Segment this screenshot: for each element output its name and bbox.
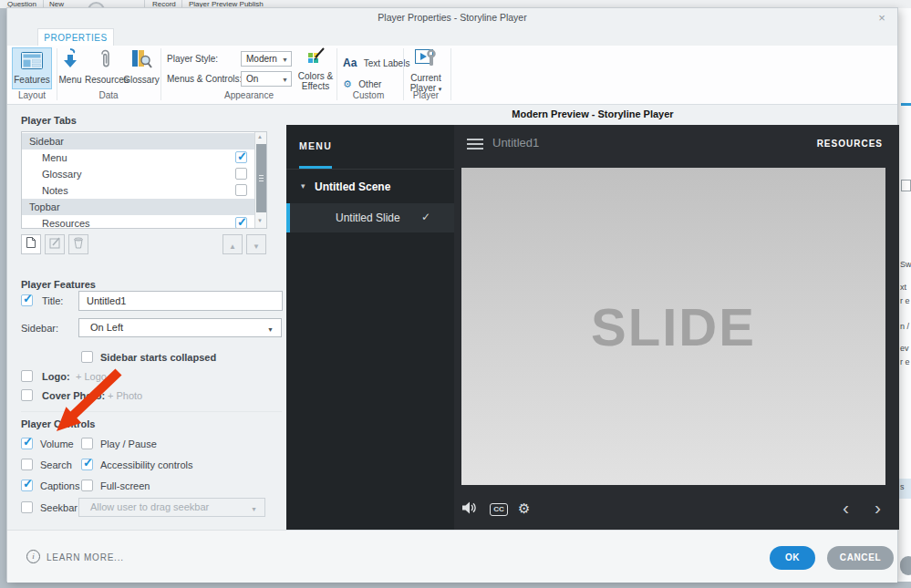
learn-more-link[interactable]: LEARN MORE...: [47, 552, 124, 562]
ok-button[interactable]: OK: [770, 546, 815, 570]
group-label-player: Player: [405, 90, 447, 100]
scroll-up-icon[interactable]: ▲: [257, 134, 263, 139]
list-item-resources[interactable]: Resources ✓: [22, 215, 254, 229]
selected-indicator: [286, 203, 290, 232]
dialog-title: Player Properties - Storyline Player: [7, 8, 897, 28]
seekbar-checkbox[interactable]: ✓: [21, 501, 33, 513]
menus-controls-value: On: [246, 74, 258, 84]
tab-properties[interactable]: PROPERTIES: [37, 28, 114, 46]
edit-icon: [49, 237, 61, 249]
hamburger-icon[interactable]: [467, 139, 483, 152]
scrollbar[interactable]: ▲ ▼: [254, 132, 266, 228]
player-style-select[interactable]: Modern ▼: [241, 51, 292, 67]
next-slide-icon[interactable]: ›: [875, 497, 881, 519]
menu-label: Menu: [56, 75, 85, 85]
accessibility-checkbox[interactable]: ✓: [81, 459, 93, 470]
previous-slide-icon[interactable]: ‹: [843, 497, 849, 519]
menus-controls-select[interactable]: On ▼: [241, 71, 292, 87]
player-tabs-heading: Player Tabs: [21, 115, 77, 126]
list-item-notes[interactable]: Notes ✓: [22, 182, 254, 199]
title-input[interactable]: [78, 291, 283, 311]
background-app-edge-left: [0, 8, 6, 588]
aa-icon: Aa: [343, 57, 357, 69]
add-logo-link[interactable]: + Logo: [76, 371, 107, 382]
bg-fragment-icon: [901, 180, 911, 191]
fullscreen-checkbox[interactable]: ✓: [81, 480, 93, 491]
search-checkbox[interactable]: ✓: [21, 459, 33, 470]
player-preview: MENU ▾ Untitled Scene Untitled Slide ✓ U…: [286, 125, 899, 530]
cover-photo-checkbox[interactable]: ✓: [21, 389, 33, 401]
play-pause-checkbox[interactable]: ✓: [81, 438, 93, 449]
preview-resources-tab[interactable]: RESOURCES: [817, 139, 883, 149]
bg-fragment-text: s: [900, 482, 905, 491]
bg-fragment-blue-line: [901, 103, 911, 106]
list-item-topbar[interactable]: Topbar: [22, 199, 254, 215]
list-item-sidebar[interactable]: Sidebar: [22, 133, 254, 150]
move-up-button[interactable]: ▲: [223, 234, 243, 254]
chevron-down-icon: ▼: [282, 73, 288, 87]
edit-tab-button[interactable]: [45, 234, 65, 254]
other-label: Other: [358, 79, 381, 89]
chevron-down-icon[interactable]: ▾: [301, 181, 305, 191]
player-properties-dialog: Player Properties - Storyline Player × P…: [6, 7, 898, 582]
preview-menu-tab[interactable]: MENU: [299, 140, 332, 151]
preview-sidebar: MENU ▾ Untitled Scene Untitled Slide ✓: [286, 125, 454, 530]
captions-checkbox[interactable]: ✓: [21, 480, 33, 491]
menu-button[interactable]: Menu: [56, 47, 85, 85]
sidebar-collapsed-checkbox[interactable]: ✓: [81, 351, 93, 363]
features-button[interactable]: Features: [12, 47, 52, 89]
scrollbar-thumb[interactable]: [256, 144, 266, 212]
cancel-button[interactable]: CANCEL: [827, 546, 894, 570]
settings-gear-icon[interactable]: ⚙: [518, 500, 530, 517]
background-app-edge-bottom: [0, 582, 911, 588]
player-style-value: Modern: [246, 54, 277, 64]
move-down-button[interactable]: ▼: [246, 234, 266, 254]
add-photo-link[interactable]: + Photo: [108, 390, 142, 401]
section-divider: [21, 411, 282, 412]
group-label-layout: Layout: [12, 90, 52, 100]
seekbar-select[interactable]: Allow user to drag seekbar ▼: [78, 498, 265, 517]
search-label: Search: [40, 459, 72, 470]
arrow-up-icon: ▲: [229, 242, 236, 251]
resources-button[interactable]: Resources: [85, 47, 125, 85]
preview-slide-item[interactable]: Untitled Slide ✓: [286, 203, 454, 232]
list-item-glossary[interactable]: Glossary ✓: [22, 166, 254, 182]
list-item-menu[interactable]: Menu ✓: [22, 150, 254, 166]
glossary-label: Glossary: [123, 75, 160, 85]
logo-label: Logo:: [42, 371, 70, 382]
bg-fragment-text: r e: [900, 296, 910, 305]
colors-effects-button[interactable]: Colors & Effects: [297, 47, 334, 91]
glossary-tab-checkbox[interactable]: ✓: [235, 168, 247, 180]
seekbar-label: Seekbar: [40, 502, 78, 513]
trash-icon: [73, 236, 84, 249]
chevron-down-icon: ▼: [282, 53, 288, 67]
resources-tab-checkbox[interactable]: ✓: [235, 217, 247, 229]
player-controls-heading: Player Controls: [21, 418, 95, 429]
menu-tab-checkbox[interactable]: ✓: [235, 151, 247, 163]
add-tab-button[interactable]: [21, 234, 41, 254]
logo-checkbox[interactable]: ✓: [21, 370, 33, 382]
preview-slide-area: SLIDE: [461, 168, 885, 485]
scroll-down-icon[interactable]: ▼: [257, 218, 263, 223]
captions-icon[interactable]: CC: [490, 503, 508, 516]
title-checkbox[interactable]: ✓: [21, 294, 33, 306]
text-labels-button[interactable]: Aa Text Labels: [343, 54, 409, 70]
bg-fragment-text: n /: [900, 322, 909, 331]
volume-checkbox[interactable]: ✓: [21, 438, 33, 449]
notes-tab-checkbox[interactable]: ✓: [235, 184, 247, 196]
delete-tab-button[interactable]: [68, 234, 88, 254]
glossary-button[interactable]: Glossary: [123, 47, 160, 85]
fullscreen-label: Full-screen: [100, 480, 150, 491]
preview-scene-item[interactable]: Untitled Scene: [315, 181, 390, 193]
sidebar-select[interactable]: On Left ▼: [78, 318, 282, 337]
player-tabs-list: Sidebar Menu ✓ Glossary ✓ Notes ✓ Topbar…: [21, 131, 267, 229]
close-icon[interactable]: ×: [875, 12, 888, 25]
bg-fragment-text: Sw: [900, 260, 911, 269]
colors-effects-icon: [305, 47, 326, 67]
current-player-button[interactable]: Current Player ▾: [409, 47, 443, 93]
other-button[interactable]: ⚙ Other: [343, 75, 381, 91]
volume-icon[interactable]: [461, 500, 477, 515]
title-label: Title:: [42, 295, 63, 306]
chevron-down-icon: ▼: [267, 321, 274, 338]
current-player-icon: [413, 47, 439, 69]
